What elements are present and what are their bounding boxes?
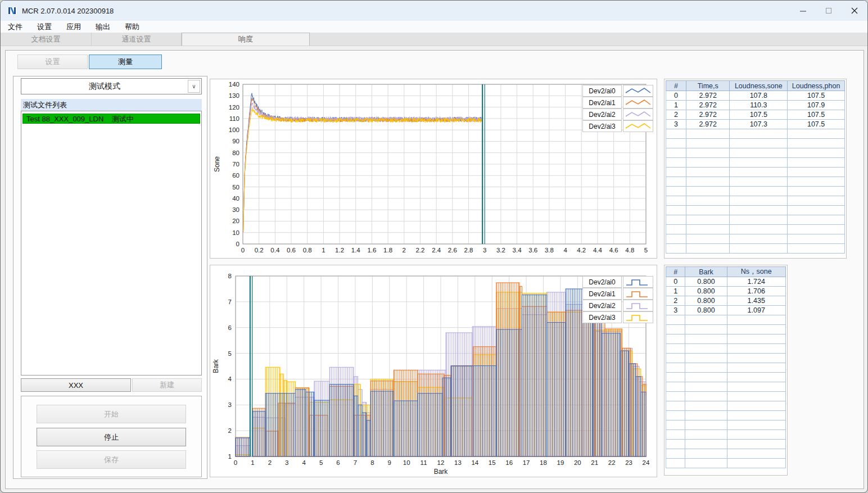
chevron-down-icon[interactable]: ∨ bbox=[188, 80, 200, 93]
table-row: 10.8001.706 bbox=[666, 287, 786, 296]
new-button[interactable]: 新建 bbox=[132, 378, 202, 392]
svg-text:4.8: 4.8 bbox=[625, 247, 634, 254]
table-cell bbox=[666, 315, 685, 325]
svg-text:21: 21 bbox=[591, 459, 598, 466]
list-item[interactable]: Test 88_XXX_009_LDN 测试中 bbox=[22, 114, 200, 124]
table-cell bbox=[666, 168, 686, 177]
table-cell bbox=[685, 334, 727, 344]
test-mode-select[interactable]: 测试模式 ∨ bbox=[21, 78, 202, 94]
tab-channel-settings[interactable]: 通道设置 bbox=[92, 33, 182, 46]
table-row bbox=[666, 129, 845, 139]
svg-text:11: 11 bbox=[421, 459, 427, 466]
svg-text:4.4: 4.4 bbox=[593, 247, 603, 254]
table-cell bbox=[666, 148, 686, 158]
table-cell bbox=[686, 206, 730, 215]
table-cell bbox=[685, 363, 727, 373]
table-cell bbox=[727, 344, 785, 354]
column-header: Ns，sone bbox=[727, 267, 785, 277]
svg-text:140: 140 bbox=[229, 81, 239, 88]
table-row bbox=[666, 354, 786, 363]
table-cell bbox=[666, 234, 686, 244]
legend-item: Dev2/ai0 bbox=[582, 85, 653, 97]
menu-item-apply[interactable]: 应用 bbox=[59, 22, 88, 32]
table-header-row: #BarkNs，sone bbox=[666, 267, 786, 277]
table-cell: 107.3 bbox=[730, 120, 788, 129]
stop-button[interactable]: 停止 bbox=[37, 428, 186, 446]
table-cell bbox=[788, 196, 845, 206]
svg-text:90: 90 bbox=[232, 138, 239, 144]
svg-text:1: 1 bbox=[322, 247, 325, 254]
table-cell: 1.097 bbox=[727, 306, 785, 315]
table-cell bbox=[685, 382, 727, 392]
table-cell bbox=[727, 411, 785, 420]
settings-subtab-button[interactable]: 设置 bbox=[17, 55, 88, 69]
legend-label: Dev2/ai0 bbox=[582, 85, 622, 97]
table-cell bbox=[666, 225, 686, 234]
table-row bbox=[666, 401, 786, 411]
table-row bbox=[666, 440, 786, 449]
table-cell: 0 bbox=[666, 91, 686, 101]
menu-item-output[interactable]: 输出 bbox=[88, 22, 117, 32]
svg-text:3: 3 bbox=[285, 459, 288, 466]
svg-text:Bark: Bark bbox=[434, 468, 449, 476]
menu-item-help[interactable]: 帮助 bbox=[117, 22, 147, 32]
test-file-listbox[interactable]: Test 88_XXX_009_LDN 测试中 bbox=[21, 111, 202, 376]
table-cell bbox=[730, 168, 788, 177]
table-cell bbox=[727, 382, 785, 392]
table-row: 02.972107.8107.5 bbox=[666, 91, 845, 101]
svg-text:8: 8 bbox=[370, 459, 374, 466]
chart-legend: Dev2/ai0Dev2/ai1Dev2/ai2Dev2/ai3 bbox=[582, 276, 653, 323]
menu-item-file[interactable]: 文件 bbox=[1, 22, 30, 32]
table-cell bbox=[788, 148, 845, 158]
table-row bbox=[666, 139, 845, 148]
svg-text:23: 23 bbox=[625, 459, 632, 466]
svg-text:5: 5 bbox=[319, 459, 323, 466]
bark-table: #BarkNs，sone00.8001.72410.8001.70620.800… bbox=[666, 266, 786, 468]
svg-text:1.6: 1.6 bbox=[367, 247, 376, 254]
table-cell: 0.800 bbox=[685, 296, 727, 306]
maximize-button[interactable] bbox=[816, 1, 842, 21]
svg-text:4: 4 bbox=[302, 459, 306, 466]
xxx-button[interactable]: XXX bbox=[21, 378, 131, 392]
close-button[interactable] bbox=[842, 1, 867, 21]
table-row bbox=[666, 196, 845, 206]
menu-item-settings[interactable]: 设置 bbox=[30, 22, 59, 32]
tab-loudness[interactable]: 响度 bbox=[182, 33, 310, 46]
table-row bbox=[666, 459, 786, 468]
start-button[interactable]: 开始 bbox=[37, 405, 186, 423]
table-cell: 2.972 bbox=[686, 110, 730, 120]
table-cell bbox=[666, 382, 685, 392]
table-row bbox=[666, 325, 786, 334]
svg-text:7: 7 bbox=[228, 298, 232, 305]
svg-text:1.2: 1.2 bbox=[335, 247, 344, 254]
svg-text:2: 2 bbox=[403, 247, 406, 254]
measure-subtab-button[interactable]: 测量 bbox=[89, 55, 162, 69]
table-cell bbox=[727, 401, 785, 411]
save-button[interactable]: 保存 bbox=[37, 450, 186, 469]
svg-text:18: 18 bbox=[540, 459, 547, 466]
table-cell: 2.972 bbox=[686, 101, 730, 110]
tab-document-settings[interactable]: 文档设置 bbox=[1, 33, 92, 46]
minimize-button[interactable] bbox=[790, 1, 816, 21]
svg-text:8: 8 bbox=[228, 273, 232, 279]
table-cell bbox=[686, 129, 730, 139]
legend-label: Dev2/ai1 bbox=[582, 288, 622, 300]
line-sample-icon bbox=[623, 108, 653, 120]
table-cell bbox=[666, 177, 686, 187]
svg-text:50: 50 bbox=[232, 184, 239, 191]
svg-text:5: 5 bbox=[228, 350, 232, 357]
table-row bbox=[666, 177, 845, 187]
table-cell bbox=[727, 420, 785, 430]
table-cell bbox=[685, 430, 727, 440]
table-cell bbox=[685, 325, 727, 334]
step-sample-icon bbox=[623, 311, 653, 323]
table-cell: 0 bbox=[666, 277, 685, 287]
table-row: 22.972107.5107.5 bbox=[666, 110, 845, 120]
table-cell bbox=[686, 244, 730, 254]
table-cell: 1 bbox=[666, 101, 686, 110]
table-cell bbox=[730, 234, 788, 244]
svg-text:40: 40 bbox=[232, 195, 239, 202]
column-header: Bark bbox=[685, 267, 727, 277]
svg-text:10: 10 bbox=[403, 459, 410, 466]
svg-text:19: 19 bbox=[557, 459, 564, 466]
